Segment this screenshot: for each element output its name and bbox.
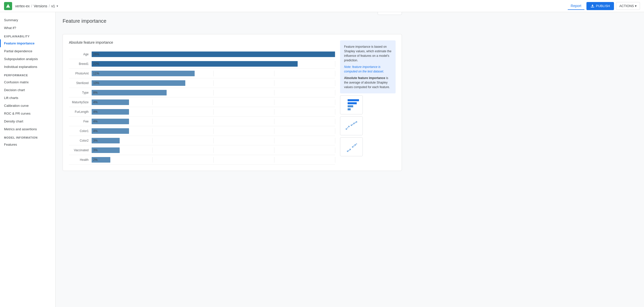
sidebar-item-confusion-matrix[interactable]: Confusion matrix [0,78,55,86]
thumbnail-scatter1[interactable] [340,116,363,135]
bar-fill: 22% [92,61,298,67]
chart-section: Absolute feature importance Age26%Breed1… [63,34,402,171]
bar-track: 8% [92,90,335,95]
sidebar-item-density-chart[interactable]: Density chart [0,117,55,125]
thumbnail-scatter2[interactable] [340,137,363,156]
svg-rect-5 [348,102,357,104]
topbar-actions: Report PUBLISH ACTIONS ▾ [568,2,640,10]
info-panel: Feature importance is based on Shapley v… [340,40,396,165]
svg-rect-1 [591,7,594,7]
bar-fill: 4% [92,99,129,105]
export-button[interactable]: EXPORT ▾ [378,12,402,15]
bar-label: Sterilized [69,81,92,85]
svg-point-22 [356,143,357,145]
bar-row: Age26% [69,49,335,59]
bar-pct-label: 26% [93,53,99,56]
svg-rect-4 [348,99,359,101]
version-link[interactable]: v1 [51,4,55,8]
bar-pct-label: 8% [93,91,97,94]
report-button[interactable]: Report [568,2,584,10]
bar-label: PhotoAmt [69,72,92,75]
bar-track: 4% [92,119,335,124]
info-box: Feature importance is based on Shapley v… [340,40,396,93]
bar-row: FurLength4% [69,107,335,117]
sep2: / [49,4,50,8]
bar-track: 3% [92,147,335,153]
sidebar-item-partial-dependence[interactable]: Partial dependence [0,47,55,55]
bar-pct-label: 4% [93,100,97,104]
sidebar-item-what-if[interactable]: What if? [0,24,55,32]
svg-point-10 [351,124,352,126]
sidebar-item-features[interactable]: Features [0,141,55,148]
svg-point-14 [352,124,353,125]
actions-button[interactable]: ACTIONS ▾ [616,2,640,10]
info-text3: Absolute feature importance is the avera… [344,76,392,89]
bar-label: Color1 [69,129,92,133]
sidebar-item-summary[interactable]: Summary [0,16,55,24]
bar-fill: 11% [92,71,195,76]
bar-row: Breed122% [69,59,335,69]
thumbnail-bar-chart[interactable] [340,95,363,114]
sidebar-item-metrics-assertions[interactable]: Metrics and assertions [0,125,55,133]
main-layout: Summary What if? EXPLAINABILITY Feature … [0,12,644,307]
sidebar-item-calibration-curve[interactable]: Calibration curve [0,102,55,110]
bar-pct-label: 4% [93,110,97,114]
bar-label: Type [69,91,92,94]
info-text1: Feature importance is based on Shapley v… [344,44,392,63]
svg-point-8 [346,128,347,130]
bar-fill: 4% [92,119,129,124]
bar-fill: 26% [92,52,335,57]
version-dropdown-arrow[interactable]: ▾ [57,4,58,8]
publish-button[interactable]: PUBLISH [586,2,614,10]
bar-pct-label: 10% [93,81,99,85]
sidebar-item-individual-explanations[interactable]: Individual explanations [0,63,55,71]
bar-fill: 4% [92,128,129,134]
app-logo [4,2,12,10]
svg-point-12 [356,121,357,123]
thumbnails [340,95,396,156]
bar-fill: 3% [92,147,120,153]
explainability-section-label: EXPLAINABILITY [0,32,55,39]
versions-link[interactable]: Versions [34,4,47,8]
svg-rect-6 [348,105,353,107]
bar-pct-label: 4% [93,120,97,123]
bar-pct-label: 3% [93,148,97,152]
bar-pct-label: 4% [93,129,97,133]
bar-pct-label: 2% [93,158,97,162]
sep1: / [31,4,32,8]
sidebar-item-feature-importance[interactable]: Feature importance [0,39,55,47]
sidebar-item-decision-chart[interactable]: Decision chart [0,86,55,94]
bar-label: Health [69,158,92,162]
svg-rect-7 [348,108,351,110]
content-header-row: Feature importance EXPORT ▾ [63,18,402,29]
model-information-section-label: MODEL INFORMATION [0,133,55,141]
content-area: Feature importance EXPORT ▾ Absolute fea… [56,12,644,307]
performance-section-label: PERFORMANCE [0,71,55,78]
svg-point-19 [354,144,356,146]
bar-track: 22% [92,61,335,67]
bar-row: Vaccinated3% [69,145,335,155]
bar-row: Sterilized10% [69,78,335,88]
bar-row: Fee4% [69,117,335,126]
export-dropdown-arrow: ▾ [396,12,398,13]
svg-marker-0 [6,4,10,8]
publish-icon [590,4,595,8]
app-name: vertex-ex [15,4,30,8]
sidebar-item-lift-charts[interactable]: Lift charts [0,94,55,102]
bar-fill: 8% [92,90,167,95]
bar-track: 4% [92,128,335,134]
bar-label: Fee [69,120,92,123]
bar-track: 26% [92,52,335,57]
sidebar-item-roc-pr-curves[interactable]: ROC & PR curves [0,110,55,117]
sidebar-item-subpopulation-analysis[interactable]: Subpopulation analysis [0,55,55,63]
bar-track: 2% [92,157,335,163]
bar-fill: 3% [92,138,120,143]
bar-track: 4% [92,99,335,105]
bar-fill: 4% [92,109,129,115]
bar-row: MaturitySize4% [69,97,335,107]
page-title: Feature importance [63,18,106,24]
svg-point-20 [348,150,350,151]
svg-point-21 [353,145,355,147]
svg-point-11 [353,123,355,124]
svg-point-9 [348,126,350,127]
